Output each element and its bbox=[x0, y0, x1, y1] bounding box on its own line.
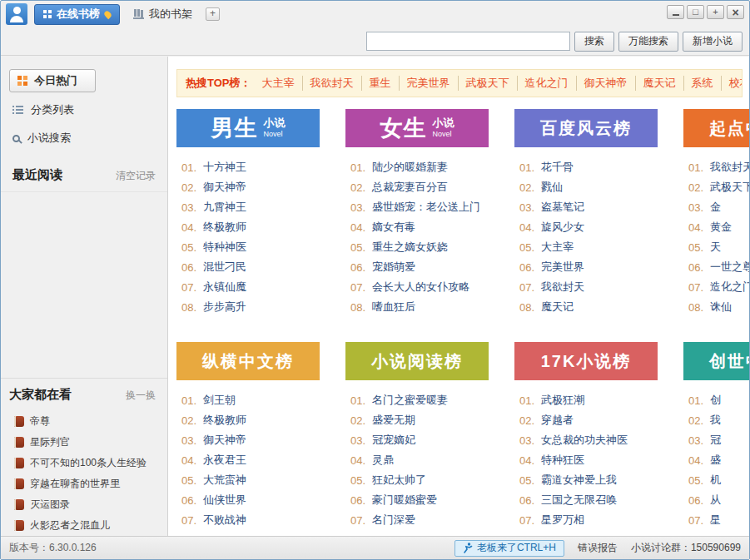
novel-title-link[interactable]: 盛世婚宠：老公送上门 bbox=[372, 200, 480, 215]
hot-search-term[interactable]: 我欲封天 bbox=[302, 76, 361, 91]
novel-title-link[interactable]: 霸道女神爱上我 bbox=[541, 473, 617, 488]
hot-search-term[interactable]: 系统 bbox=[683, 76, 721, 91]
hot-search-term[interactable]: 魔天记 bbox=[635, 76, 683, 91]
restore-button[interactable]: □ bbox=[687, 5, 704, 19]
novel-title-link[interactable]: 天 bbox=[710, 240, 721, 255]
novel-title-link[interactable]: 武极狂潮 bbox=[541, 393, 584, 408]
novel-title-link[interactable]: 宠婚萌爱 bbox=[372, 260, 415, 275]
novel-title-link[interactable]: 豪门暖婚蜜爱 bbox=[372, 493, 437, 508]
novel-title-link[interactable]: 嗜血狂后 bbox=[372, 300, 415, 315]
recommended-book[interactable]: 不可不知的100条人生经验 bbox=[1, 453, 167, 473]
novel-title-link[interactable]: 冠 bbox=[710, 433, 721, 448]
novel-title-link[interactable]: 十方神王 bbox=[203, 160, 246, 175]
novel-title-link[interactable]: 九霄神王 bbox=[203, 200, 246, 215]
hot-search-term[interactable]: 造化之门 bbox=[517, 76, 576, 91]
pin-button[interactable]: + bbox=[707, 5, 724, 19]
novel-title-link[interactable]: 永镇仙魔 bbox=[203, 280, 246, 295]
refresh-list-link[interactable]: 换一换 bbox=[126, 389, 156, 403]
novel-title-link[interactable]: 花千骨 bbox=[541, 160, 574, 175]
novel-title-link[interactable]: 步步高升 bbox=[203, 300, 246, 315]
novel-title-link[interactable]: 机 bbox=[710, 473, 721, 488]
novel-title-link[interactable]: 不败战神 bbox=[203, 513, 246, 528]
search-button[interactable]: 搜索 bbox=[574, 32, 614, 52]
tab-my-bookshelf[interactable]: 我的书架 bbox=[127, 4, 199, 25]
hot-search-term[interactable]: 完美世界 bbox=[399, 76, 458, 91]
recommended-book[interactable]: 帝尊 bbox=[1, 411, 167, 432]
close-button[interactable]: × bbox=[727, 5, 744, 19]
novel-title-link[interactable]: 终极教师 bbox=[203, 220, 246, 235]
card-title: 创世中文网 bbox=[709, 350, 749, 373]
novel-title-link[interactable]: 仙侠世界 bbox=[203, 493, 246, 508]
novel-title-link[interactable]: 三国之无限召唤 bbox=[541, 493, 617, 508]
universal-search-button[interactable]: 万能搜索 bbox=[618, 32, 678, 52]
novel-title-link[interactable]: 名门之蜜爱暖妻 bbox=[372, 393, 448, 408]
novel-title-link[interactable]: 女总裁的功夫神医 bbox=[541, 433, 628, 448]
error-report-link[interactable]: 错误报告 bbox=[578, 541, 618, 555]
novel-title-link[interactable]: 混世刁民 bbox=[203, 260, 246, 275]
novel-title-link[interactable]: 武极天下 bbox=[710, 180, 749, 195]
hot-search-term[interactable]: 御天神帝 bbox=[576, 76, 635, 91]
novel-title-link[interactable]: 创 bbox=[710, 393, 721, 408]
rank-item: 02. 总裁宠妻百分百 bbox=[350, 177, 489, 197]
novel-title-link[interactable]: 魔天记 bbox=[541, 300, 574, 315]
novel-title-link[interactable]: 金 bbox=[710, 200, 721, 215]
novel-title-link[interactable]: 盗墓笔记 bbox=[541, 200, 584, 215]
sidebar-item-category-list[interactable]: 分类列表 bbox=[1, 96, 167, 124]
novel-title-link[interactable]: 一世之尊 bbox=[710, 260, 749, 275]
novel-title-link[interactable]: 盛 bbox=[710, 453, 721, 468]
novel-title-link[interactable]: 盛爱无期 bbox=[372, 413, 415, 428]
user-avatar[interactable] bbox=[6, 3, 27, 25]
novel-title-link[interactable]: 大主宰 bbox=[541, 240, 574, 255]
hot-search-term[interactable]: 校花的贴身高手 bbox=[721, 76, 743, 91]
novel-title-link[interactable]: 我 bbox=[710, 413, 721, 428]
new-tab-button[interactable]: + bbox=[206, 7, 220, 21]
hot-search-term[interactable]: 大主宰 bbox=[255, 76, 302, 91]
novel-title-link[interactable]: 名门深爱 bbox=[372, 513, 415, 528]
novel-title-link[interactable]: 我欲封天 bbox=[541, 280, 584, 295]
novel-title-link[interactable]: 造化之门 bbox=[710, 280, 749, 295]
search-input[interactable] bbox=[366, 32, 570, 51]
novel-title-link[interactable]: 特种神医 bbox=[203, 240, 246, 255]
novel-title-link[interactable]: 终极教师 bbox=[203, 413, 246, 428]
hot-search-term[interactable]: 重生 bbox=[361, 76, 399, 91]
novel-title-link[interactable]: 戮仙 bbox=[541, 180, 563, 195]
sidebar-item-today-hot[interactable]: 今日热门 bbox=[9, 69, 96, 92]
novel-title-link[interactable]: 星罗万相 bbox=[541, 513, 584, 528]
novel-title-link[interactable]: 永夜君王 bbox=[203, 453, 246, 468]
novel-title-link[interactable]: 诛仙 bbox=[710, 300, 732, 315]
novel-title-link[interactable]: 重生之嫡女妖娆 bbox=[372, 240, 448, 255]
novel-title-link[interactable]: 特种狂医 bbox=[541, 453, 584, 468]
novel-title-link[interactable]: 冠宠嫡妃 bbox=[372, 433, 415, 448]
boss-key-button[interactable]: 老板来了CTRL+H bbox=[454, 540, 564, 557]
novel-title-link[interactable]: 总裁宠妻百分百 bbox=[372, 180, 448, 195]
novel-title-link[interactable]: 大荒蛮神 bbox=[203, 473, 246, 488]
recommended-book[interactable]: 灭运图录 bbox=[1, 494, 167, 515]
hot-search-term[interactable]: 武极天下 bbox=[458, 76, 517, 91]
add-novel-button[interactable]: 新增小说 bbox=[683, 32, 743, 52]
novel-title-link[interactable]: 御天神帝 bbox=[203, 180, 246, 195]
sidebar-item-novel-search[interactable]: 小说搜索 bbox=[1, 124, 167, 152]
minimize-button[interactable] bbox=[667, 5, 684, 19]
novel-title-link[interactable]: 灵鼎 bbox=[372, 453, 394, 468]
novel-title-link[interactable]: 会长大人的女仆攻略 bbox=[372, 280, 469, 295]
novel-title-link[interactable]: 穿越者 bbox=[541, 413, 574, 428]
recommended-book[interactable]: 星际判官 bbox=[1, 432, 167, 453]
novel-title-link[interactable]: 陆少的暖婚新妻 bbox=[372, 160, 448, 175]
novel-title-link[interactable]: 完美世界 bbox=[541, 260, 584, 275]
novel-title-link[interactable]: 嫡女有毒 bbox=[372, 220, 415, 235]
card-header-chuangshi: 创世中文网 bbox=[683, 342, 749, 380]
novel-title-link[interactable]: 旋风少女 bbox=[541, 220, 584, 235]
novel-title-link[interactable]: 黄金 bbox=[710, 220, 732, 235]
novel-title-link[interactable]: 狂妃太帅了 bbox=[372, 473, 426, 488]
recommended-book[interactable]: 火影忍者之混血儿 bbox=[1, 515, 167, 536]
book-title: 穿越在聊斋的世界里 bbox=[30, 477, 120, 491]
novel-title-link[interactable]: 从 bbox=[710, 493, 721, 508]
novel-title-link[interactable]: 星 bbox=[710, 513, 721, 528]
novel-title-link[interactable]: 我欲封天 bbox=[710, 160, 749, 175]
hot-search-bar: 热搜TOP榜： 大主宰 我欲封天 重生 完美世界 武极天下 造化之门 御天神帝 … bbox=[176, 69, 743, 97]
recommended-book[interactable]: 穿越在聊斋的世界里 bbox=[1, 473, 167, 494]
novel-title-link[interactable]: 剑王朝 bbox=[203, 393, 236, 408]
clear-history-link[interactable]: 清空记录 bbox=[116, 169, 156, 183]
novel-title-link[interactable]: 御天神帝 bbox=[203, 433, 246, 448]
tab-online-ranking[interactable]: 在线书榜 bbox=[34, 4, 120, 25]
